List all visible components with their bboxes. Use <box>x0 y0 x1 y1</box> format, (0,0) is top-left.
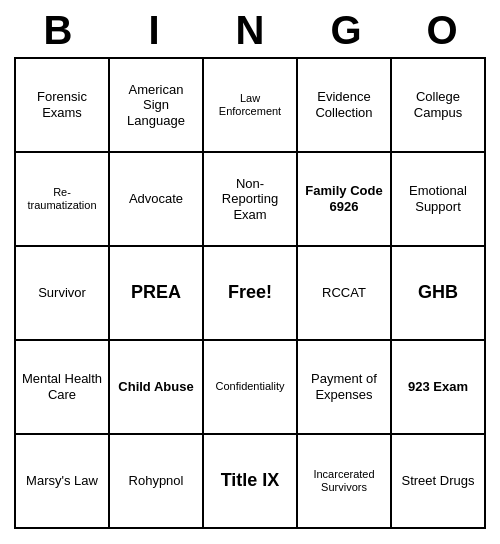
bingo-cell-16: Child Abuse <box>110 341 204 435</box>
bingo-cell-20: Marsy's Law <box>16 435 110 529</box>
bingo-letter-o: O <box>397 8 487 53</box>
bingo-cell-17: Confidentiality <box>204 341 298 435</box>
bingo-cell-24: Street Drugs <box>392 435 486 529</box>
bingo-cell-5: Re-traumatization <box>16 153 110 247</box>
bingo-cell-13: RCCAT <box>298 247 392 341</box>
bingo-letter-b: B <box>13 8 103 53</box>
bingo-cell-10: Survivor <box>16 247 110 341</box>
bingo-cell-0: Forensic Exams <box>16 59 110 153</box>
bingo-cell-8: Family Code 6926 <box>298 153 392 247</box>
bingo-cell-2: Law Enforcement <box>204 59 298 153</box>
bingo-cell-23: Incarcerated Survivors <box>298 435 392 529</box>
bingo-cell-1: American Sign Language <box>110 59 204 153</box>
bingo-cell-6: Advocate <box>110 153 204 247</box>
bingo-cell-4: College Campus <box>392 59 486 153</box>
bingo-cell-21: Rohypnol <box>110 435 204 529</box>
bingo-cell-22: Title IX <box>204 435 298 529</box>
bingo-title: B I N G O <box>10 0 490 57</box>
bingo-letter-i: I <box>109 8 199 53</box>
bingo-cell-7: Non-Reporting Exam <box>204 153 298 247</box>
bingo-cell-14: GHB <box>392 247 486 341</box>
bingo-letter-g: G <box>301 8 391 53</box>
bingo-grid: Forensic ExamsAmerican Sign LanguageLaw … <box>14 57 486 529</box>
bingo-cell-15: Mental Health Care <box>16 341 110 435</box>
bingo-cell-9: Emotional Support <box>392 153 486 247</box>
bingo-letter-n: N <box>205 8 295 53</box>
bingo-cell-18: Payment of Expenses <box>298 341 392 435</box>
bingo-cell-12: Free! <box>204 247 298 341</box>
bingo-cell-3: Evidence Collection <box>298 59 392 153</box>
bingo-cell-11: PREA <box>110 247 204 341</box>
bingo-cell-19: 923 Exam <box>392 341 486 435</box>
